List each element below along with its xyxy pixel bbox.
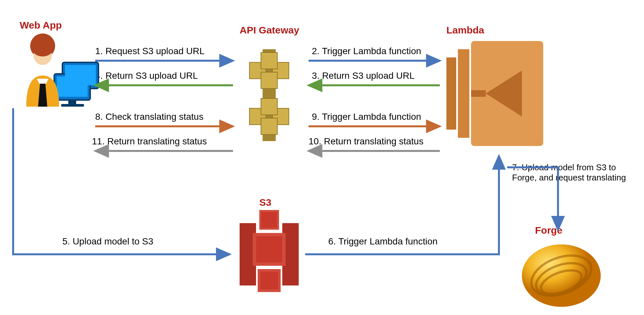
svg-rect-9 <box>61 104 84 107</box>
api-gateway-icon <box>249 49 289 141</box>
arrow-7 <box>507 167 558 230</box>
svg-rect-32 <box>261 212 277 228</box>
svg-rect-34 <box>260 272 278 289</box>
webapp-icon <box>26 33 98 107</box>
arrow-6 <box>305 156 499 254</box>
lambda-icon <box>446 41 543 146</box>
svg-point-12 <box>32 41 53 56</box>
forge-icon <box>522 244 601 307</box>
svg-rect-16 <box>261 52 277 69</box>
svg-rect-20 <box>261 98 277 115</box>
svg-rect-26 <box>471 90 486 97</box>
svg-rect-21 <box>261 118 277 135</box>
svg-rect-8 <box>68 100 76 104</box>
diagram-canvas <box>0 0 644 315</box>
svg-rect-7 <box>57 76 88 97</box>
svg-rect-17 <box>261 72 277 89</box>
svg-rect-33 <box>256 236 282 262</box>
arrow-5 <box>13 108 230 254</box>
svg-rect-23 <box>458 49 469 138</box>
svg-rect-22 <box>446 57 456 130</box>
diagram-stage: Web App API Gateway Lambda S3 Forge 1. R… <box>0 0 644 315</box>
s3-icon <box>240 210 299 292</box>
